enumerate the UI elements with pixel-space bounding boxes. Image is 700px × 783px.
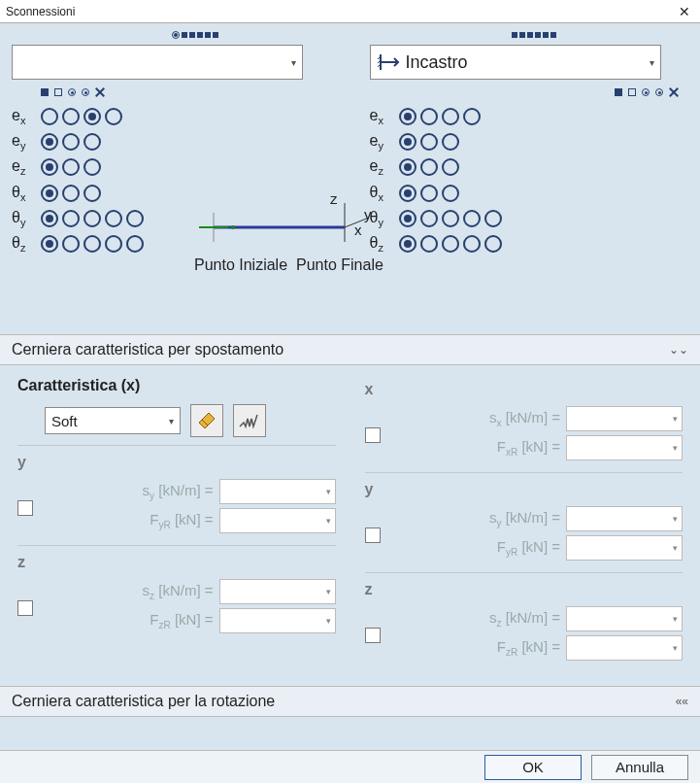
dof-radio[interactable] [126,235,144,253]
spring-icon-button[interactable] [233,404,266,437]
end-type-select[interactable]: Incastro ▾ [370,45,661,80]
dof-radio[interactable] [463,108,481,125]
close-icon[interactable]: ✕ [675,4,694,19]
dof-radio[interactable] [484,235,502,253]
end-type-value: Incastro [406,52,650,73]
enable-checkbox[interactable] [17,600,33,616]
dof-radio[interactable] [62,235,80,253]
dof-radio[interactable] [399,235,417,253]
dof-radio[interactable] [484,210,502,227]
dof-radio[interactable] [420,185,438,202]
chevron-down-icon: ⌄⌄ [669,343,688,357]
dof-radio[interactable] [399,210,417,227]
dof-radio[interactable] [41,108,58,125]
titlebar: Sconnessioni ✕ [0,0,700,23]
field-row: sz [kN/m] =▾ [396,606,683,631]
z-head-left: z [17,554,336,571]
legend-top-right [483,31,556,39]
incastro-icon [377,51,400,74]
dof-radio[interactable] [420,108,438,125]
section-displacement-title: Cerniera caratteristica per spostamento [12,341,283,358]
legend-top-left [143,31,218,39]
dof-radio[interactable] [420,210,438,227]
state-legend-right [370,87,680,97]
value-select[interactable]: ▾ [566,606,683,631]
dof-radio[interactable] [105,235,122,253]
characteristic-select[interactable]: Soft ▾ [45,407,181,434]
dof-radio[interactable] [420,235,438,253]
dof-radio[interactable] [442,133,459,151]
dof-radio[interactable] [126,210,144,227]
value-select[interactable]: ▾ [566,535,683,561]
enable-checkbox[interactable] [365,628,381,643]
field-row: FyR [kN] =▾ [396,535,683,561]
section-rotation-header[interactable]: Cerniera caratteristica per la rotazione… [0,686,700,717]
dof-radio[interactable] [442,235,459,253]
dof-radio[interactable] [105,210,122,227]
dof-label: ey [12,132,37,152]
value-select[interactable]: ▾ [219,608,336,633]
dof-radio[interactable] [83,210,101,227]
dof-radio[interactable] [41,158,58,176]
dof-radio[interactable] [442,185,459,202]
enable-checkbox[interactable] [17,500,33,516]
dof-radio[interactable] [62,133,80,151]
enable-checkbox[interactable] [365,528,381,543]
dof-radio[interactable] [442,158,459,176]
end-point-panel: Incastro ▾ exeyezθxθyθz [370,45,689,254]
dof-row-right-t_z: θz [370,234,689,254]
dof-radio[interactable] [62,210,80,227]
dof-row-right-t_y: θy [370,209,689,228]
dof-radio[interactable] [62,108,80,125]
value-select[interactable]: ▾ [566,506,683,531]
dof-radio[interactable] [83,185,101,202]
dof-radio[interactable] [62,185,80,202]
dof-label: ex [370,107,395,126]
dof-label: θz [12,234,37,254]
value-select[interactable]: ▾ [219,479,336,504]
chevron-down-icon: ▾ [169,416,174,426]
dof-radio[interactable] [420,133,438,151]
z-head-right: z [365,581,683,598]
dof-radio[interactable] [41,133,58,151]
material-icon-button[interactable] [190,404,223,437]
field-label: sy [kN/m] = [396,509,561,528]
dof-radio[interactable] [463,235,481,253]
dof-radio[interactable] [442,108,459,125]
ok-button[interactable]: OK [484,755,582,780]
dof-radio[interactable] [399,185,417,202]
cancel-button[interactable]: Annulla [591,755,688,780]
dof-radio[interactable] [399,158,417,176]
start-point-label: Punto Iniziale [194,256,287,274]
dof-radio[interactable] [41,235,58,253]
dof-radio[interactable] [41,185,58,202]
dof-row-right-e_y: ey [370,132,689,152]
dof-radio[interactable] [399,133,417,151]
dof-row-left-t_z: θz [12,234,331,254]
state-legend-left [41,87,331,97]
enable-checkbox[interactable] [365,427,381,443]
dof-radio[interactable] [105,108,122,125]
dof-row-right-e_x: ex [370,107,689,126]
ok-label: OK [522,759,544,775]
dof-radio[interactable] [399,108,417,125]
dof-radio[interactable] [83,235,101,253]
dof-radio[interactable] [83,158,101,176]
value-select[interactable]: ▾ [566,406,683,431]
dof-radio[interactable] [420,158,438,176]
dof-radio[interactable] [442,210,459,227]
chevron-down-icon: ▾ [673,443,678,453]
section-displacement-header[interactable]: Cerniera caratteristica per spostamento … [0,334,700,365]
dof-radio[interactable] [83,133,101,151]
value-select[interactable]: ▾ [566,435,683,460]
field-label: sz [kN/m] = [396,609,561,629]
dof-radio[interactable] [41,210,58,227]
dof-radio[interactable] [62,158,80,176]
dof-radio[interactable] [83,108,101,125]
dof-radio[interactable] [463,210,481,227]
value-select[interactable]: ▾ [219,508,336,533]
field-label: sx [kN/m] = [396,409,561,428]
start-type-select[interactable]: ▾ [12,45,303,80]
value-select[interactable]: ▾ [566,635,683,661]
value-select[interactable]: ▾ [219,579,336,604]
